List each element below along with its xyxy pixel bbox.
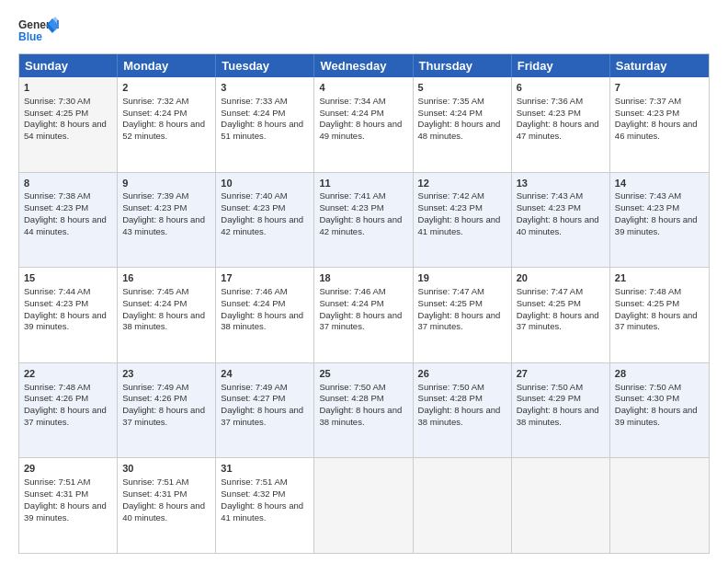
sunrise-text: Sunrise: 7:33 AM bbox=[221, 96, 287, 106]
daylight-text: Daylight: 8 hours and 51 minutes. bbox=[221, 119, 303, 141]
sunset-text: Sunset: 4:24 PM bbox=[418, 108, 483, 118]
day-number: 19 bbox=[418, 271, 506, 285]
sunset-text: Sunset: 4:23 PM bbox=[24, 202, 88, 213]
day-number: 27 bbox=[517, 367, 605, 381]
sunrise-text: Sunrise: 7:42 AM bbox=[418, 190, 484, 201]
sunset-text: Sunset: 4:28 PM bbox=[418, 393, 483, 403]
daylight-text: Daylight: 8 hours and 40 minutes. bbox=[517, 214, 599, 236]
sunrise-text: Sunrise: 7:43 AM bbox=[517, 190, 583, 201]
day-cell: 12Sunrise: 7:42 AMSunset: 4:23 PMDayligh… bbox=[414, 173, 512, 268]
day-cell: 3Sunrise: 7:33 AMSunset: 4:24 PMDaylight… bbox=[216, 77, 314, 172]
sunrise-text: Sunrise: 7:38 AM bbox=[24, 190, 90, 201]
sunrise-text: Sunrise: 7:47 AM bbox=[517, 286, 583, 296]
daylight-text: Daylight: 8 hours and 38 minutes. bbox=[418, 405, 501, 427]
sunrise-text: Sunrise: 7:50 AM bbox=[319, 382, 385, 392]
sunrise-text: Sunrise: 7:30 AM bbox=[24, 96, 90, 106]
daylight-text: Daylight: 8 hours and 46 minutes. bbox=[615, 119, 698, 141]
sunrise-text: Sunrise: 7:51 AM bbox=[221, 477, 287, 487]
daylight-text: Daylight: 8 hours and 37 minutes. bbox=[122, 405, 205, 427]
sunrise-text: Sunrise: 7:50 AM bbox=[418, 382, 484, 392]
sunset-text: Sunset: 4:32 PM bbox=[221, 488, 285, 499]
day-cell: 6Sunrise: 7:36 AMSunset: 4:23 PMDaylight… bbox=[512, 77, 610, 172]
daylight-text: Daylight: 8 hours and 41 minutes. bbox=[418, 214, 501, 236]
day-cell: 2Sunrise: 7:32 AMSunset: 4:24 PMDaylight… bbox=[118, 77, 216, 172]
day-number: 30 bbox=[122, 462, 210, 476]
daylight-text: Daylight: 8 hours and 38 minutes. bbox=[517, 405, 599, 427]
sunset-text: Sunset: 4:23 PM bbox=[517, 202, 581, 213]
sunrise-text: Sunrise: 7:44 AM bbox=[24, 286, 90, 296]
day-cell: 13Sunrise: 7:43 AMSunset: 4:23 PMDayligh… bbox=[512, 173, 610, 268]
sunset-text: Sunset: 4:24 PM bbox=[122, 298, 187, 308]
day-cell: 19Sunrise: 7:47 AMSunset: 4:25 PMDayligh… bbox=[414, 268, 512, 362]
sunset-text: Sunset: 4:25 PM bbox=[615, 298, 679, 308]
calendar-header: SundayMondayTuesdayWednesdayThursdayFrid… bbox=[19, 54, 709, 77]
sunset-text: Sunset: 4:27 PM bbox=[221, 393, 285, 403]
sunrise-text: Sunrise: 7:51 AM bbox=[122, 477, 188, 487]
day-cell: 4Sunrise: 7:34 AMSunset: 4:24 PMDaylight… bbox=[314, 77, 413, 172]
day-cell: 31Sunrise: 7:51 AMSunset: 4:32 PMDayligh… bbox=[216, 458, 314, 553]
sunset-text: Sunset: 4:29 PM bbox=[517, 393, 581, 403]
header: General Blue bbox=[18, 17, 710, 46]
day-number: 7 bbox=[615, 81, 704, 95]
daylight-text: Daylight: 8 hours and 37 minutes. bbox=[319, 310, 402, 332]
empty-cell bbox=[610, 458, 709, 553]
weekday-header: Monday bbox=[118, 54, 216, 77]
day-number: 14 bbox=[615, 177, 704, 190]
sunset-text: Sunset: 4:25 PM bbox=[517, 298, 581, 308]
day-number: 4 bbox=[319, 81, 407, 95]
day-cell: 24Sunrise: 7:49 AMSunset: 4:27 PMDayligh… bbox=[216, 363, 314, 458]
day-cell: 20Sunrise: 7:47 AMSunset: 4:25 PMDayligh… bbox=[512, 268, 610, 362]
daylight-text: Daylight: 8 hours and 47 minutes. bbox=[517, 119, 599, 141]
daylight-text: Daylight: 8 hours and 38 minutes. bbox=[221, 310, 303, 332]
day-number: 5 bbox=[418, 81, 506, 95]
day-number: 25 bbox=[319, 367, 407, 381]
logo: General Blue bbox=[18, 17, 59, 46]
sunset-text: Sunset: 4:24 PM bbox=[319, 298, 383, 308]
daylight-text: Daylight: 8 hours and 49 minutes. bbox=[319, 119, 402, 141]
sunset-text: Sunset: 4:30 PM bbox=[615, 393, 679, 403]
sunset-text: Sunset: 4:31 PM bbox=[24, 488, 88, 499]
day-number: 12 bbox=[418, 177, 506, 190]
sunrise-text: Sunrise: 7:46 AM bbox=[221, 286, 287, 296]
day-cell: 16Sunrise: 7:45 AMSunset: 4:24 PMDayligh… bbox=[118, 268, 216, 362]
sunset-text: Sunset: 4:25 PM bbox=[418, 298, 483, 308]
calendar-week-row: 1Sunrise: 7:30 AMSunset: 4:25 PMDaylight… bbox=[19, 77, 709, 173]
calendar-week-row: 8Sunrise: 7:38 AMSunset: 4:23 PMDaylight… bbox=[19, 173, 709, 269]
daylight-text: Daylight: 8 hours and 40 minutes. bbox=[122, 500, 205, 523]
daylight-text: Daylight: 8 hours and 44 minutes. bbox=[24, 214, 107, 236]
sunset-text: Sunset: 4:23 PM bbox=[24, 298, 88, 308]
daylight-text: Daylight: 8 hours and 37 minutes. bbox=[615, 310, 698, 332]
daylight-text: Daylight: 8 hours and 39 minutes. bbox=[615, 405, 698, 427]
weekday-header: Friday bbox=[512, 54, 610, 77]
day-cell: 17Sunrise: 7:46 AMSunset: 4:24 PMDayligh… bbox=[216, 268, 314, 362]
day-number: 15 bbox=[24, 271, 112, 285]
weekday-header: Thursday bbox=[414, 54, 512, 77]
day-cell: 29Sunrise: 7:51 AMSunset: 4:31 PMDayligh… bbox=[19, 458, 118, 553]
daylight-text: Daylight: 8 hours and 37 minutes. bbox=[517, 310, 599, 332]
day-number: 20 bbox=[517, 271, 605, 285]
logo-svg: General Blue bbox=[18, 17, 59, 46]
sunrise-text: Sunrise: 7:41 AM bbox=[319, 190, 385, 201]
calendar-week-row: 15Sunrise: 7:44 AMSunset: 4:23 PMDayligh… bbox=[19, 268, 709, 363]
daylight-text: Daylight: 8 hours and 38 minutes. bbox=[319, 405, 402, 427]
day-number: 31 bbox=[221, 462, 309, 476]
sunset-text: Sunset: 4:23 PM bbox=[319, 202, 383, 213]
sunrise-text: Sunrise: 7:48 AM bbox=[615, 286, 681, 296]
daylight-text: Daylight: 8 hours and 39 minutes. bbox=[24, 500, 107, 523]
day-cell: 14Sunrise: 7:43 AMSunset: 4:23 PMDayligh… bbox=[610, 173, 709, 268]
sunset-text: Sunset: 4:31 PM bbox=[122, 488, 187, 499]
day-cell: 23Sunrise: 7:49 AMSunset: 4:26 PMDayligh… bbox=[118, 363, 216, 458]
svg-text:Blue: Blue bbox=[18, 30, 42, 43]
daylight-text: Daylight: 8 hours and 38 minutes. bbox=[122, 310, 205, 332]
day-cell: 27Sunrise: 7:50 AMSunset: 4:29 PMDayligh… bbox=[512, 363, 610, 458]
sunset-text: Sunset: 4:24 PM bbox=[319, 108, 383, 118]
day-cell: 25Sunrise: 7:50 AMSunset: 4:28 PMDayligh… bbox=[314, 363, 413, 458]
weekday-header: Saturday bbox=[610, 54, 709, 77]
sunrise-text: Sunrise: 7:48 AM bbox=[24, 382, 90, 392]
calendar-week-row: 29Sunrise: 7:51 AMSunset: 4:31 PMDayligh… bbox=[19, 458, 709, 553]
day-number: 22 bbox=[24, 367, 112, 381]
day-number: 16 bbox=[122, 271, 210, 285]
sunrise-text: Sunrise: 7:37 AM bbox=[615, 96, 681, 106]
day-cell: 15Sunrise: 7:44 AMSunset: 4:23 PMDayligh… bbox=[19, 268, 118, 362]
calendar-body: 1Sunrise: 7:30 AMSunset: 4:25 PMDaylight… bbox=[19, 77, 709, 553]
